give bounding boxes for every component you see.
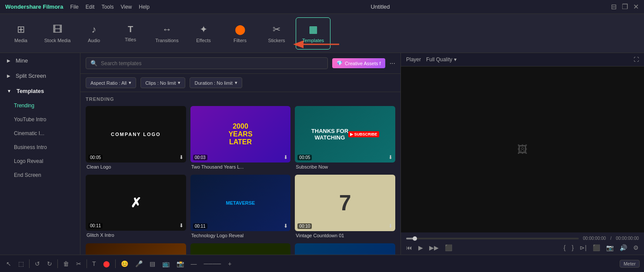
toolbar-stock-media[interactable]: 🎞 Stock Media xyxy=(40,17,75,50)
creative-assets-label: Creative Assets f xyxy=(345,61,381,66)
toolbar-transitions[interactable]: ↔ Transitions xyxy=(150,17,184,50)
zoom-out-button[interactable]: — xyxy=(189,259,199,269)
chevron-right-icon-2: ▶ xyxy=(7,73,10,78)
search-bar: 🔍 💎 Creative Assets f ··· xyxy=(80,53,400,74)
subtitle-button[interactable]: ▤ xyxy=(148,259,157,269)
undo-button[interactable]: ↺ xyxy=(33,259,42,269)
quality-chevron-icon: ▾ xyxy=(454,56,457,63)
creative-assets-button[interactable]: 💎 Creative Assets f xyxy=(332,58,385,68)
template-card-clean-logo[interactable]: COMPANY LOGO 00:05 ⬇ xyxy=(86,106,186,163)
divider-4 xyxy=(115,259,116,268)
clean-logo-download-icon[interactable]: ⬇ xyxy=(179,154,184,160)
sidebar-item-split-screen[interactable]: ▶ Split Screen xyxy=(0,68,80,83)
menu-file[interactable]: File xyxy=(70,4,78,10)
mark-out-button[interactable]: } xyxy=(572,244,574,251)
progress-bar[interactable] xyxy=(406,238,579,239)
toolbar-stickers[interactable]: ✂ Stickers xyxy=(259,17,294,50)
tech-logo-download-icon[interactable]: ⬇ xyxy=(284,223,288,229)
text-tool[interactable]: T xyxy=(90,259,98,269)
stop-button[interactable]: ⬛ xyxy=(445,244,452,251)
subscribe-download-icon[interactable]: ⬇ xyxy=(388,154,393,160)
template-card-subscribe[interactable]: THANKS FORWATCHING▶ SUBSCRIBE 00:05 ⬇ xyxy=(295,106,395,163)
vintage-download-icon[interactable]: ⬇ xyxy=(388,223,393,229)
player-empty-icon: 🖼 xyxy=(517,143,528,156)
toolbar-titles[interactable]: T Titles xyxy=(113,17,148,50)
menu-help[interactable]: Help xyxy=(139,4,150,10)
transitions-icon: ↔ xyxy=(162,24,172,35)
two-thousand-download-icon[interactable]: ⬇ xyxy=(284,154,288,160)
main-toolbar: ⊞ Media 🎞 Stock Media ♪ Audio T Titles ↔… xyxy=(0,14,644,53)
mark-in-button[interactable]: { xyxy=(564,244,566,251)
screen-button[interactable]: ⬛ xyxy=(593,244,600,251)
search-input[interactable] xyxy=(101,60,323,66)
glitch-x-download-icon[interactable]: ⬇ xyxy=(179,222,184,229)
settings-button[interactable]: ⚙ xyxy=(633,244,639,251)
menu-tools[interactable]: Tools xyxy=(101,4,113,10)
template-card-glitch-x[interactable]: ✗ 00:11 ⬇ xyxy=(86,175,186,231)
select-tool[interactable]: ⬚ xyxy=(17,259,26,269)
volume-button[interactable]: 🔊 xyxy=(620,244,627,251)
aspect-ratio-filter[interactable]: Aspect Ratio : All ▾ xyxy=(86,77,136,88)
duration-label: Duration : No limit xyxy=(194,80,232,86)
search-input-wrap[interactable]: 🔍 xyxy=(86,57,328,69)
toolbar-filters[interactable]: ⬤ Filters xyxy=(223,17,257,50)
menu-view[interactable]: View xyxy=(120,4,132,10)
zoom-in-button[interactable]: + xyxy=(226,259,233,269)
template-card-vintage[interactable]: 7 00:10 ⬇ xyxy=(295,175,395,231)
template-card-countdown3[interactable]: 3 xyxy=(86,243,186,255)
template-card-two-thousand[interactable]: 2000YEARSLATER 00:03 ⬇ xyxy=(190,106,291,163)
delete-button[interactable]: 🗑 xyxy=(61,259,71,269)
time-separator: / xyxy=(610,236,611,241)
filter-row: Aspect Ratio : All ▾ Clips : No limit ▾ … xyxy=(80,74,400,92)
record-button[interactable]: ⬤ xyxy=(101,259,112,269)
close-button[interactable]: ✕ xyxy=(633,3,639,11)
toolbar-stickers-label: Stickers xyxy=(268,38,285,43)
pointer-tool[interactable]: ↖ xyxy=(4,259,13,269)
mic-button[interactable]: 🎤 xyxy=(133,259,144,269)
glitch-x-thumb: ✗ xyxy=(86,175,186,231)
step-forward-button[interactable]: ▶▶ xyxy=(429,244,439,251)
sidebar-item-end-screen[interactable]: End Screen xyxy=(0,168,80,182)
zoom-slider[interactable]: ──── xyxy=(202,259,223,269)
screen-record-button[interactable]: 📺 xyxy=(160,259,171,269)
sidebar-item-mine[interactable]: ▶ Mine xyxy=(0,53,80,68)
maximize-button[interactable]: ❐ xyxy=(622,3,628,11)
sidebar-item-templates[interactable]: ▼ Templates xyxy=(0,83,80,99)
sidebar-item-youtube-intro[interactable]: YouTube Intro xyxy=(0,113,80,126)
sidebar-item-business-intro[interactable]: Business Intro xyxy=(0,140,80,154)
sidebar-item-logo-reveal[interactable]: Logo Reveal xyxy=(0,154,80,168)
export-button[interactable]: ⊳| xyxy=(580,244,587,251)
aspect-ratio-label: Aspect Ratio : All xyxy=(90,80,127,86)
player-tab-label[interactable]: Player xyxy=(406,56,421,63)
face-tool[interactable]: 😊 xyxy=(119,259,130,269)
clips-filter[interactable]: Clips : No limit ▾ xyxy=(140,77,185,88)
sidebar-item-trending[interactable]: Trending xyxy=(0,99,80,113)
template-card-tech-logo[interactable]: METAVERSE 00:11 ⬇ xyxy=(190,175,291,231)
sidebar-templates-label: Templates xyxy=(17,88,44,94)
camera-button[interactable]: 📷 xyxy=(606,244,614,251)
sidebar-cinematic-label: Cinematic I... xyxy=(14,130,44,136)
toolbar-audio[interactable]: ♪ Audio xyxy=(77,17,111,50)
minimize-button[interactable]: ⊟ xyxy=(611,3,617,11)
menu-edit[interactable]: Edit xyxy=(86,4,95,10)
play-button[interactable]: ▶ xyxy=(418,244,423,251)
snapshot-button[interactable]: 📸 xyxy=(175,259,186,269)
template-card-business-blue[interactable]: BUSINESS xyxy=(295,243,395,255)
template-card-thank-you[interactable]: THANK YOUFORWATCHINGDON'T FORGET TO LIKE… xyxy=(190,243,291,255)
redo-button[interactable]: ↻ xyxy=(45,259,54,269)
divider-2 xyxy=(57,259,58,268)
cut-tool[interactable]: ✂ xyxy=(74,259,83,269)
project-title: Untitled xyxy=(370,3,390,10)
step-back-button[interactable]: ⏮ xyxy=(406,244,412,251)
toolbar-templates[interactable]: ▦ Templates xyxy=(296,17,330,50)
toolbar-media[interactable]: ⊞ Media xyxy=(3,17,38,50)
player-quality-selector[interactable]: Full Quality ▾ xyxy=(426,56,457,63)
meter-badge: Meter xyxy=(620,260,640,268)
player-fullscreen-icon[interactable]: ⛶ xyxy=(634,56,639,63)
sidebar-item-cinematic[interactable]: Cinematic I... xyxy=(0,126,80,140)
aspect-ratio-chevron-icon: ▾ xyxy=(129,80,131,86)
toolbar-effects[interactable]: ✦ Effects xyxy=(186,17,221,50)
left-sidebar: ▶ Mine ▶ Split Screen ▼ Templates Trendi… xyxy=(0,53,80,255)
more-options-button[interactable]: ··· xyxy=(390,60,395,67)
duration-filter[interactable]: Duration : No limit ▾ xyxy=(190,77,242,88)
